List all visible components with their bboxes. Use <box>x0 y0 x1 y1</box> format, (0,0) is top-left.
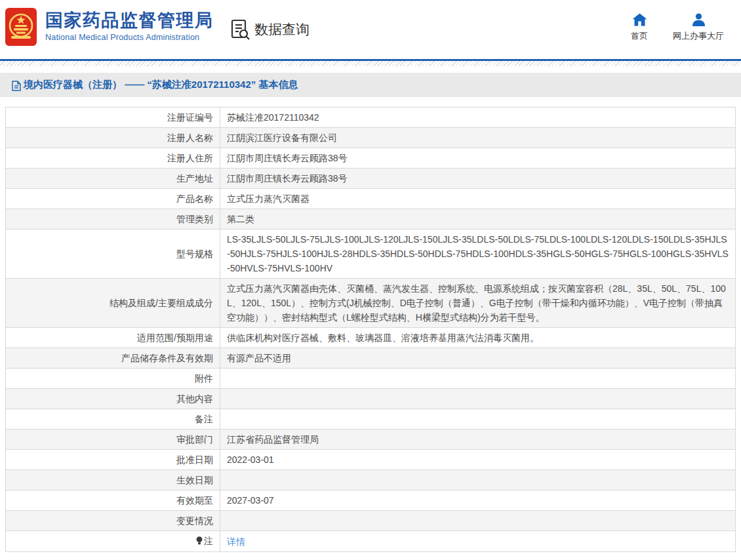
national-emblem-logo[interactable] <box>5 8 37 46</box>
row-label: 批准日期 <box>6 450 220 470</box>
row-value: 2027-03-07 <box>220 490 736 511</box>
row-label: 注册人住所 <box>6 148 220 169</box>
row-value: 第二类 <box>220 209 736 230</box>
row-label: 备注 <box>6 409 220 430</box>
breadcrumb-text: 境内医疗器械（注册） —— “苏械注准20172110342” 基本信息 <box>24 79 298 91</box>
table-row: 注册人名称江阴滨江医疗设备有限公司 <box>6 128 736 148</box>
table-row: 附件 <box>6 369 736 389</box>
row-label: 管理类别 <box>6 209 220 230</box>
row-label: 注 <box>6 531 220 552</box>
home-icon <box>632 13 647 26</box>
table-row: 注详情 <box>6 531 736 552</box>
org-name-zh: 国家药品监督管理局 <box>45 10 214 31</box>
org-name-en: National Medical Products Administration <box>45 33 214 42</box>
row-value: 苏械注准20172110342 <box>220 108 736 128</box>
org-names: 国家药品监督管理局 National Medical Products Admi… <box>45 8 214 42</box>
row-label: 产品名称 <box>6 189 220 209</box>
row-value: 有源产品不适用 <box>220 348 736 369</box>
row-label: 适用范围/预期用途 <box>6 328 220 348</box>
page: 国家药品监督管理局 National Medical Products Admi… <box>0 0 741 560</box>
row-value: LS-35LJLS-50LJLS-75LJLS-100LJLS-120LJLS-… <box>220 230 736 279</box>
row-value: 2022-03-01 <box>220 450 736 470</box>
table-row: 产品储存条件及有效期有源产品不适用 <box>6 348 736 369</box>
table-row: 注册证编号苏械注准20172110342 <box>6 108 736 128</box>
table-row: 生效日期 <box>6 470 736 490</box>
row-label: 产品储存条件及有效期 <box>6 348 220 369</box>
row-label: 其他内容 <box>6 389 220 409</box>
row-label: 生效日期 <box>6 470 220 490</box>
row-label: 生产地址 <box>6 169 220 189</box>
row-value: 立式压力蒸汽灭菌器 <box>220 189 736 209</box>
table-row: 有效期至2027-03-07 <box>6 490 736 511</box>
note-bulb-icon <box>196 534 203 549</box>
row-value: 江苏省药品监督管理局 <box>220 430 736 450</box>
row-value <box>220 511 736 531</box>
row-value <box>220 409 736 430</box>
breadcrumb: 境内医疗器械（注册） —— “苏械注准20172110342” 基本信息 <box>0 73 741 97</box>
row-label: 注册证编号 <box>6 108 220 128</box>
row-label: 有效期至 <box>6 490 220 511</box>
row-value: 江阴滨江医疗设备有限公司 <box>220 128 736 148</box>
row-value <box>220 389 736 409</box>
document-icon <box>12 81 21 91</box>
row-label: 结构及组成/主要组成成分 <box>6 279 220 328</box>
data-query-label: 数据查询 <box>254 20 310 39</box>
person-icon <box>692 13 706 26</box>
nav-service-hall-label: 网上办事大厅 <box>673 30 724 42</box>
row-value: 江阴市周庄镇长寿云顾路38号 <box>220 169 736 189</box>
row-value <box>220 470 736 490</box>
nav-home[interactable]: 首页 <box>631 13 648 42</box>
row-value: 江阴市周庄镇长寿云顾路38号 <box>220 148 736 169</box>
table-row: 批准日期2022-03-01 <box>6 450 736 470</box>
table-row: 管理类别第二类 <box>6 209 736 230</box>
row-label: 审批部门 <box>6 430 220 450</box>
document-search-icon <box>231 19 250 40</box>
table-row: 适用范围/预期用途供临床机构对医疗器械、敷料、玻璃器皿、溶液培养基用蒸汽法消毒灭… <box>6 328 736 348</box>
info-table: 注册证编号苏械注准20172110342注册人名称江阴滨江医疗设备有限公司注册人… <box>5 107 736 552</box>
table-row: 变更情况 <box>6 511 736 531</box>
info-table-body: 注册证编号苏械注准20172110342注册人名称江阴滨江医疗设备有限公司注册人… <box>6 108 736 552</box>
table-row: 型号规格LS-35LJLS-50LJLS-75LJLS-100LJLS-120L… <box>6 230 736 279</box>
row-label: 型号规格 <box>6 230 220 279</box>
table-row: 结构及组成/主要组成成分立式压力蒸汽灭菌器由壳体、灭菌桶、蒸汽发生器、控制系统、… <box>6 279 736 328</box>
header-stripe-band <box>0 61 741 66</box>
row-value <box>220 369 736 389</box>
table-row: 注册人住所江阴市周庄镇长寿云顾路38号 <box>6 148 736 169</box>
row-label: 注册人名称 <box>6 128 220 148</box>
logo-group: 国家药品监督管理局 National Medical Products Admi… <box>5 8 214 46</box>
data-query-title: 数据查询 <box>231 19 310 40</box>
row-label: 附件 <box>6 369 220 389</box>
detail-link[interactable]: 详情 <box>227 536 245 547</box>
top-nav: 首页 网上办事大厅 <box>631 13 724 42</box>
row-value: 供临床机构对医疗器械、敷料、玻璃器皿、溶液培养基用蒸汽法消毒灭菌用。 <box>220 328 736 348</box>
table-row: 产品名称立式压力蒸汽灭菌器 <box>6 189 736 209</box>
table-row: 生产地址江阴市周庄镇长寿云顾路38号 <box>6 169 736 189</box>
nav-home-label: 首页 <box>631 30 648 42</box>
row-value: 详情 <box>220 531 736 552</box>
row-value: 立式压力蒸汽灭菌器由壳体、灭菌桶、蒸汽发生器、控制系统、电源系统组成；按灭菌室容… <box>220 279 736 328</box>
row-label: 变更情况 <box>6 511 220 531</box>
table-row: 备注 <box>6 409 736 430</box>
nav-service-hall[interactable]: 网上办事大厅 <box>673 13 724 42</box>
table-row: 审批部门江苏省药品监督管理局 <box>6 430 736 450</box>
table-row: 其他内容 <box>6 389 736 409</box>
site-header: 国家药品监督管理局 National Medical Products Admi… <box>0 0 741 59</box>
